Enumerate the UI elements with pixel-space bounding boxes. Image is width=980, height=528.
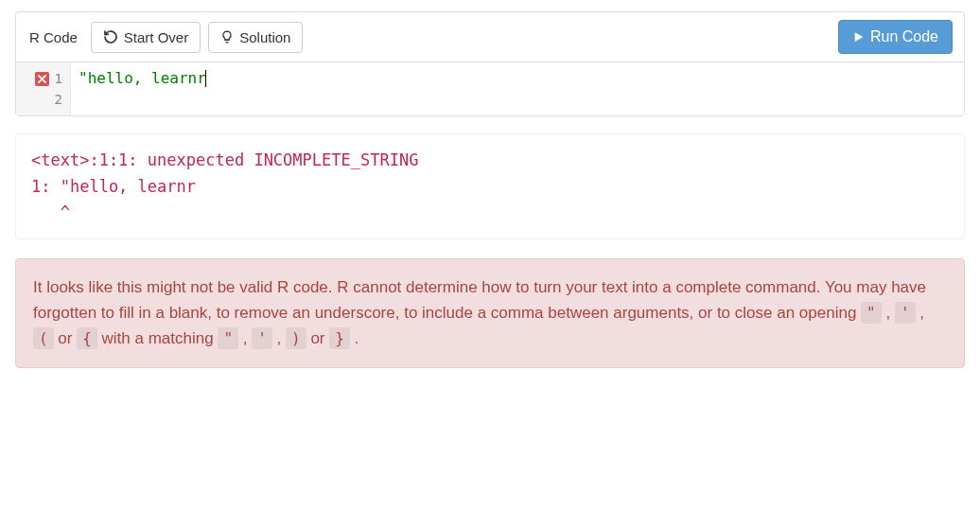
gutter-row: 1 (16, 68, 70, 89)
console-output: <text>:1:1: unexpected INCOMPLETE_STRING… (15, 133, 965, 239)
code-line: "hello, learnr (79, 68, 956, 89)
code-input-area[interactable]: "hello, learnr (71, 62, 964, 115)
code-snippet: ) (286, 327, 306, 349)
line-number: 1 (55, 71, 62, 86)
editor-toolbar: R Code Start Over Solution Run Code (15, 11, 965, 62)
output-line: ^ (31, 202, 70, 221)
output-line: <text>:1:1: unexpected INCOMPLETE_STRING (31, 150, 418, 169)
code-line (79, 89, 956, 110)
alert-text: or (54, 329, 78, 347)
code-snippet: ' (252, 327, 272, 349)
play-icon (852, 30, 865, 44)
run-code-button[interactable]: Run Code (838, 20, 953, 54)
alert-text: , (916, 304, 924, 322)
alert-text: . (350, 329, 359, 347)
lightbulb-icon (220, 29, 234, 44)
run-code-label: Run Code (870, 26, 938, 47)
editor-language-label: R Code (27, 26, 79, 49)
string-token: "hello, learnr (79, 69, 206, 87)
code-snippet: } (329, 327, 350, 349)
output-line: 1: "hello, learnr (31, 177, 196, 196)
alert-text: , (238, 329, 252, 347)
text-cursor (205, 70, 206, 87)
svg-marker-0 (855, 32, 864, 42)
refresh-icon (103, 29, 118, 44)
editor-gutter: 1 2 (16, 62, 71, 115)
alert-text: , (882, 304, 895, 322)
code-snippet: ( (33, 327, 54, 349)
start-over-label: Start Over (124, 27, 188, 47)
line-number: 2 (55, 92, 62, 107)
code-snippet: ' (895, 302, 916, 324)
solution-button[interactable]: Solution (208, 22, 303, 53)
start-over-button[interactable]: Start Over (91, 22, 201, 53)
code-snippet: " (861, 302, 882, 324)
alert-text: with a matching (97, 329, 219, 347)
alert-text: It looks like this might not be valid R … (33, 278, 926, 322)
code-snippet: " (218, 327, 238, 349)
feedback-alert: It looks like this might not be valid R … (15, 258, 965, 368)
alert-text: , (272, 329, 286, 347)
error-marker-icon[interactable] (35, 72, 49, 86)
solution-label: Solution (239, 27, 290, 47)
gutter-row: 2 (16, 89, 70, 110)
code-snippet: { (77, 327, 97, 349)
code-editor[interactable]: 1 2 "hello, learnr (15, 62, 965, 116)
alert-text: or (306, 329, 330, 347)
